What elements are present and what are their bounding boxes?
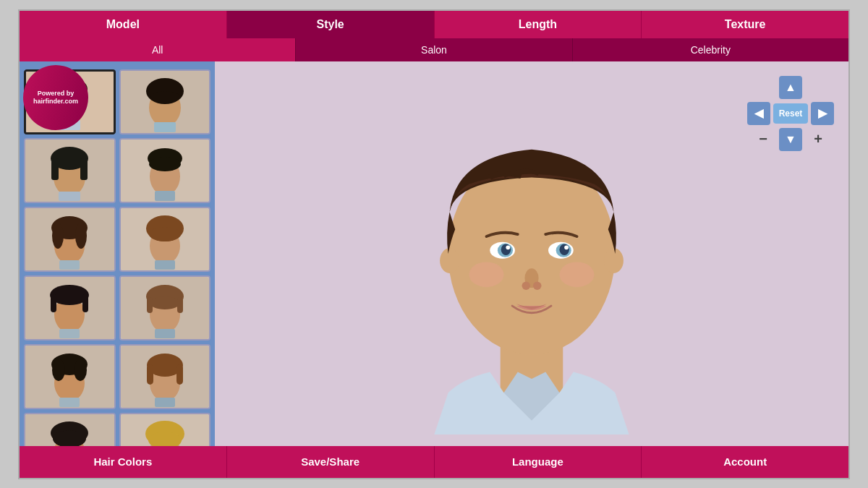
svg-rect-17 <box>59 260 80 270</box>
svg-rect-35 <box>177 297 183 313</box>
thumb-3[interactable] <box>24 138 116 203</box>
sub-nav: All Salon Celebrity <box>20 38 848 61</box>
sub-tab-celebrity[interactable]: Celebrity <box>573 38 848 61</box>
svg-point-15 <box>149 157 181 171</box>
nav-controls: ▲ ◀ Reset ▶ − <box>747 76 834 151</box>
thumb-9[interactable] <box>24 344 116 409</box>
svg-point-39 <box>52 359 65 381</box>
brand-text: Powered by hairfinder.com <box>33 90 78 106</box>
svg-rect-29 <box>82 294 88 312</box>
nav-down-button[interactable]: ▼ <box>779 128 802 151</box>
up-arrow-icon: ▲ <box>785 81 796 94</box>
svg-rect-8 <box>59 192 80 201</box>
svg-rect-44 <box>147 364 153 385</box>
sub-tab-salon[interactable]: Salon <box>296 38 572 61</box>
down-arrow-icon: ▼ <box>785 133 796 146</box>
svg-rect-22 <box>155 260 175 270</box>
svg-point-56 <box>469 262 503 287</box>
nav-up-button[interactable]: ▲ <box>779 76 802 99</box>
right-arrow-icon: ▶ <box>818 106 827 120</box>
sub-tab-all[interactable]: All <box>20 38 296 61</box>
svg-point-65 <box>564 245 569 249</box>
svg-rect-26 <box>59 329 80 338</box>
account-button[interactable]: Account <box>642 446 848 478</box>
svg-rect-37 <box>59 398 80 407</box>
thumb-10[interactable] <box>119 344 211 409</box>
tab-style[interactable]: Style <box>227 11 435 38</box>
thumb-5[interactable] <box>24 207 116 272</box>
tab-model[interactable]: Model <box>20 11 227 38</box>
svg-rect-11 <box>80 158 88 180</box>
svg-point-64 <box>506 245 510 249</box>
svg-rect-34 <box>147 297 153 313</box>
main-content: Powered by hairfinder.com <box>20 61 848 446</box>
tab-length[interactable]: Length <box>435 11 642 38</box>
plus-icon: + <box>814 131 822 147</box>
reset-button[interactable]: Reset <box>773 103 808 124</box>
svg-point-33 <box>150 296 180 309</box>
svg-rect-42 <box>155 398 175 407</box>
svg-point-69 <box>440 248 459 273</box>
language-button[interactable]: Language <box>435 446 642 478</box>
svg-point-19 <box>52 223 64 249</box>
svg-point-67 <box>522 281 531 290</box>
svg-point-57 <box>559 262 594 287</box>
top-nav: Model Style Length Texture <box>20 11 848 38</box>
save-share-button[interactable]: Save/Share <box>227 446 435 478</box>
svg-point-24 <box>149 227 181 241</box>
sidebar: Powered by hairfinder.com <box>20 61 215 446</box>
thumb-12[interactable] <box>119 413 211 446</box>
thumb-7[interactable] <box>24 275 116 341</box>
thumb-6[interactable] <box>119 207 211 272</box>
thumb-2[interactable] <box>119 69 211 134</box>
svg-rect-13 <box>155 191 175 201</box>
app-container: Model Style Length Texture All Salon Cel… <box>18 9 850 479</box>
svg-rect-31 <box>155 329 175 338</box>
svg-rect-45 <box>176 364 183 385</box>
nav-left-button[interactable]: ◀ <box>747 102 770 125</box>
svg-point-62 <box>501 244 511 254</box>
svg-point-6 <box>150 91 179 103</box>
left-arrow-icon: ◀ <box>754 106 763 120</box>
svg-point-63 <box>559 244 569 254</box>
thumb-8[interactable] <box>119 275 211 341</box>
thumb-11[interactable] <box>24 413 116 446</box>
svg-rect-28 <box>51 294 56 312</box>
hair-colors-button[interactable]: Hair Colors <box>20 446 227 478</box>
zoom-out-button[interactable]: − <box>753 129 773 150</box>
svg-rect-4 <box>154 122 176 132</box>
face-svg <box>387 73 676 435</box>
thumb-4[interactable] <box>119 138 211 203</box>
preview-area: ▲ ◀ Reset ▶ − <box>215 61 848 446</box>
svg-point-68 <box>533 281 542 290</box>
bottom-toolbar: Hair Colors Save/Share Language Account <box>20 446 848 478</box>
svg-point-20 <box>75 223 87 249</box>
nav-right-button[interactable]: ▶ <box>811 102 834 125</box>
zoom-in-button[interactable]: + <box>808 129 828 150</box>
svg-point-40 <box>74 359 87 381</box>
large-face-preview <box>380 66 684 442</box>
minus-icon: − <box>759 131 767 147</box>
svg-point-70 <box>604 248 624 273</box>
tab-texture[interactable]: Texture <box>642 11 848 38</box>
svg-rect-10 <box>51 158 59 180</box>
